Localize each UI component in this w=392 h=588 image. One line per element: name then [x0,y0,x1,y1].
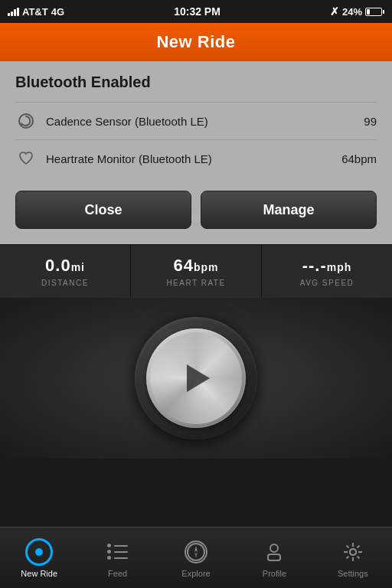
svg-rect-6 [268,554,280,560]
heartrate-sensor-row: Heartrate Monitor (Bluetooth LE) 64bpm [15,139,377,177]
explore-icon [182,538,210,566]
cadence-sensor-value: 99 [364,115,377,128]
tab-profile[interactable]: Profile [235,528,313,588]
heart-icon [15,148,37,169]
battery-percent: 24% [342,6,362,18]
manage-button[interactable]: Manage [201,191,377,229]
status-right: ✗ 24% [330,5,384,18]
start-ride-button[interactable] [135,317,257,439]
cadence-sensor-row: Cadence Sensor (Bluetooth LE) 99 [15,102,377,139]
heartrate-stat: 64bpm HEART RATE [131,245,262,298]
main-area [0,298,392,459]
tab-new-ride-label: New Ride [21,569,57,578]
status-left: AT&T 4G [8,6,64,18]
battery-icon [365,8,384,16]
heartrate-label: HEART RATE [166,279,225,287]
status-bar: AT&T 4G 10:32 PM ✗ 24% [0,0,392,23]
svg-line-16 [346,556,348,558]
new-ride-icon [25,538,53,566]
tab-settings[interactable]: Settings [314,528,392,588]
close-button[interactable]: Close [15,191,191,229]
tab-new-ride[interactable]: New Ride [0,528,78,588]
svg-marker-4 [194,552,198,558]
cadence-sensor-name: Cadence Sensor (Bluetooth LE) [46,115,364,128]
app-header: New Ride [0,23,392,61]
feed-icon [104,538,132,566]
avgspeed-value: --.-mph [302,256,352,276]
profile-icon [260,538,288,566]
play-icon [187,364,210,392]
tab-explore-label: Explore [181,569,210,578]
settings-icon [339,538,367,566]
page-title: New Ride [156,32,235,52]
tab-settings-label: Settings [338,569,368,578]
carrier-label: AT&T [22,6,48,18]
signal-bars [8,8,19,16]
distance-value: 0.0mi [45,256,85,276]
avgspeed-label: AVG SPEED [300,279,354,287]
svg-line-14 [357,556,359,558]
network-label: 4G [51,6,64,18]
button-row: Close Manage [15,191,377,229]
heartrate-sensor-value: 64bpm [341,152,377,165]
svg-marker-3 [194,546,198,552]
svg-line-13 [346,545,348,547]
distance-stat: 0.0mi DISTANCE [0,245,131,298]
bluetooth-status-icon: ✗ [330,5,339,18]
svg-point-5 [270,544,278,552]
time-label: 10:32 PM [174,5,220,18]
svg-line-15 [357,545,359,547]
bluetooth-panel: Bluetooth Enabled Cadence Sensor (Blueto… [0,61,392,244]
heartrate-value: 64bpm [173,256,218,276]
tab-explore[interactable]: Explore [157,528,235,588]
tab-profile-label: Profile [263,569,286,578]
distance-label: DISTANCE [41,279,89,287]
tab-feed-label: Feed [108,569,127,578]
tab-bar: New Ride Feed [0,527,392,588]
stats-bar: 0.0mi DISTANCE 64bpm HEART RATE --.-mph … [0,244,392,298]
play-button-inner [146,328,246,428]
svg-point-17 [350,549,356,555]
heartrate-sensor-name: Heartrate Monitor (Bluetooth LE) [46,152,341,165]
tab-feed[interactable]: Feed [78,528,156,588]
bluetooth-title: Bluetooth Enabled [15,74,377,91]
cadence-icon [15,110,37,132]
avgspeed-stat: --.-mph AVG SPEED [262,245,392,298]
